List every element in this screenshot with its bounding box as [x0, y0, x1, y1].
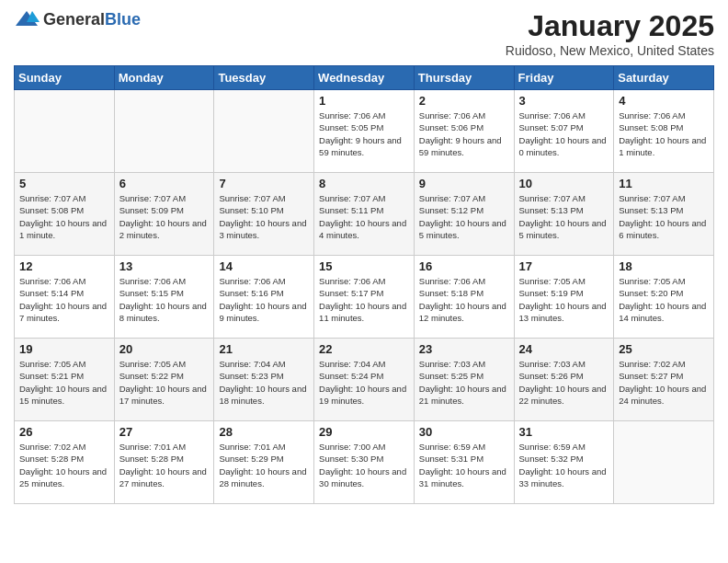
calendar-cell: 2Sunrise: 7:06 AMSunset: 5:06 PMDaylight… — [414, 90, 514, 173]
day-number: 20 — [119, 342, 210, 356]
day-info: Sunrise: 7:06 AMSunset: 5:08 PMDaylight:… — [619, 109, 709, 158]
logo-icon — [14, 9, 40, 29]
day-info: Sunrise: 7:04 AMSunset: 5:23 PMDaylight:… — [219, 358, 309, 407]
weekday-header-friday: Friday — [514, 66, 614, 90]
calendar-cell: 14Sunrise: 7:06 AMSunset: 5:16 PMDayligh… — [214, 256, 314, 339]
day-number: 18 — [619, 259, 709, 273]
day-number: 7 — [219, 177, 309, 190]
calendar-cell: 1Sunrise: 7:06 AMSunset: 5:05 PMDaylight… — [314, 90, 415, 173]
day-info: Sunrise: 7:07 AMSunset: 5:10 PMDaylight:… — [219, 192, 309, 241]
day-number: 14 — [219, 259, 309, 273]
calendar-cell: 18Sunrise: 7:05 AMSunset: 5:20 PMDayligh… — [614, 256, 714, 339]
day-info: Sunrise: 7:07 AMSunset: 5:13 PMDaylight:… — [519, 192, 609, 241]
day-number: 19 — [19, 342, 109, 356]
day-info: Sunrise: 7:02 AMSunset: 5:27 PMDaylight:… — [619, 358, 709, 407]
weekday-header-wednesday: Wednesday — [314, 66, 415, 90]
calendar-week-row: 1Sunrise: 7:06 AMSunset: 5:05 PMDaylight… — [15, 90, 714, 173]
calendar-cell: 27Sunrise: 7:01 AMSunset: 5:28 PMDayligh… — [114, 421, 214, 504]
calendar-week-row: 26Sunrise: 7:02 AMSunset: 5:28 PMDayligh… — [15, 421, 714, 504]
calendar-cell: 17Sunrise: 7:05 AMSunset: 5:19 PMDayligh… — [514, 256, 614, 339]
day-number: 29 — [319, 425, 409, 439]
calendar-cell — [614, 421, 714, 504]
logo-general: General — [43, 10, 105, 29]
calendar-cell — [214, 90, 314, 173]
calendar-cell: 19Sunrise: 7:05 AMSunset: 5:21 PMDayligh… — [15, 339, 115, 421]
calendar-cell: 30Sunrise: 6:59 AMSunset: 5:31 PMDayligh… — [414, 421, 514, 504]
day-info: Sunrise: 7:06 AMSunset: 5:07 PMDaylight:… — [519, 109, 609, 158]
day-number: 16 — [419, 259, 509, 273]
calendar-cell: 15Sunrise: 7:06 AMSunset: 5:17 PMDayligh… — [314, 256, 415, 339]
calendar-cell: 21Sunrise: 7:04 AMSunset: 5:23 PMDayligh… — [214, 339, 314, 421]
day-number: 27 — [119, 425, 210, 439]
day-info: Sunrise: 7:01 AMSunset: 5:28 PMDaylight:… — [119, 441, 210, 489]
calendar-cell: 23Sunrise: 7:03 AMSunset: 5:25 PMDayligh… — [414, 339, 514, 421]
calendar-cell: 10Sunrise: 7:07 AMSunset: 5:13 PMDayligh… — [514, 173, 614, 256]
calendar-cell: 13Sunrise: 7:06 AMSunset: 5:15 PMDayligh… — [114, 256, 214, 339]
calendar-cell: 26Sunrise: 7:02 AMSunset: 5:28 PMDayligh… — [15, 421, 115, 504]
day-info: Sunrise: 7:02 AMSunset: 5:28 PMDaylight:… — [19, 441, 109, 489]
day-number: 28 — [219, 425, 309, 439]
logo-blue: Blue — [105, 10, 141, 29]
calendar-cell: 9Sunrise: 7:07 AMSunset: 5:12 PMDaylight… — [414, 173, 514, 256]
day-info: Sunrise: 6:59 AMSunset: 5:32 PMDaylight:… — [519, 441, 609, 489]
month-title: January 2025 — [506, 9, 714, 43]
day-number: 21 — [219, 342, 309, 356]
day-number: 9 — [419, 177, 509, 190]
day-info: Sunrise: 7:06 AMSunset: 5:16 PMDaylight:… — [219, 275, 309, 324]
calendar-cell — [114, 90, 214, 173]
day-info: Sunrise: 7:05 AMSunset: 5:22 PMDaylight:… — [119, 358, 210, 407]
calendar-cell: 4Sunrise: 7:06 AMSunset: 5:08 PMDaylight… — [614, 90, 714, 173]
calendar-cell: 7Sunrise: 7:07 AMSunset: 5:10 PMDaylight… — [214, 173, 314, 256]
day-info: Sunrise: 7:06 AMSunset: 5:06 PMDaylight:… — [419, 109, 509, 158]
calendar-cell: 5Sunrise: 7:07 AMSunset: 5:08 PMDaylight… — [15, 173, 115, 256]
logo: GeneralBlue — [14, 9, 141, 29]
day-info: Sunrise: 7:00 AMSunset: 5:30 PMDaylight:… — [319, 441, 409, 489]
day-info: Sunrise: 7:07 AMSunset: 5:08 PMDaylight:… — [19, 192, 109, 241]
calendar-cell: 16Sunrise: 7:06 AMSunset: 5:18 PMDayligh… — [414, 256, 514, 339]
day-number: 25 — [619, 342, 709, 356]
calendar-table: SundayMondayTuesdayWednesdayThursdayFrid… — [14, 65, 714, 504]
calendar-cell: 3Sunrise: 7:06 AMSunset: 5:07 PMDaylight… — [514, 90, 614, 173]
day-number: 2 — [419, 94, 509, 108]
calendar-cell: 29Sunrise: 7:00 AMSunset: 5:30 PMDayligh… — [314, 421, 415, 504]
calendar-cell — [15, 90, 115, 173]
day-number: 15 — [319, 259, 409, 273]
calendar-cell: 8Sunrise: 7:07 AMSunset: 5:11 PMDaylight… — [314, 173, 415, 256]
day-info: Sunrise: 7:05 AMSunset: 5:19 PMDaylight:… — [519, 275, 609, 324]
calendar-cell: 6Sunrise: 7:07 AMSunset: 5:09 PMDaylight… — [114, 173, 214, 256]
calendar-cell: 11Sunrise: 7:07 AMSunset: 5:13 PMDayligh… — [614, 173, 714, 256]
day-info: Sunrise: 7:06 AMSunset: 5:14 PMDaylight:… — [19, 275, 109, 324]
calendar-cell: 31Sunrise: 6:59 AMSunset: 5:32 PMDayligh… — [514, 421, 614, 504]
day-info: Sunrise: 7:06 AMSunset: 5:18 PMDaylight:… — [419, 275, 509, 324]
calendar-cell: 12Sunrise: 7:06 AMSunset: 5:14 PMDayligh… — [15, 256, 115, 339]
day-number: 3 — [519, 94, 609, 108]
day-info: Sunrise: 7:07 AMSunset: 5:11 PMDaylight:… — [319, 192, 409, 241]
weekday-header-row: SundayMondayTuesdayWednesdayThursdayFrid… — [15, 66, 714, 90]
day-number: 1 — [319, 94, 409, 108]
calendar-cell: 24Sunrise: 7:03 AMSunset: 5:26 PMDayligh… — [514, 339, 614, 421]
day-info: Sunrise: 7:06 AMSunset: 5:05 PMDaylight:… — [319, 109, 409, 158]
weekday-header-monday: Monday — [114, 66, 214, 90]
day-number: 23 — [419, 342, 509, 356]
day-number: 24 — [519, 342, 609, 356]
page-header: GeneralBlue January 2025 Ruidoso, New Me… — [14, 9, 714, 58]
calendar-cell: 22Sunrise: 7:04 AMSunset: 5:24 PMDayligh… — [314, 339, 415, 421]
day-number: 12 — [19, 259, 109, 273]
weekday-header-sunday: Sunday — [15, 66, 115, 90]
day-number: 17 — [519, 259, 609, 273]
calendar-cell: 20Sunrise: 7:05 AMSunset: 5:22 PMDayligh… — [114, 339, 214, 421]
day-info: Sunrise: 7:03 AMSunset: 5:25 PMDaylight:… — [419, 358, 509, 407]
day-info: Sunrise: 7:06 AMSunset: 5:17 PMDaylight:… — [319, 275, 409, 324]
day-number: 8 — [319, 177, 409, 190]
day-number: 13 — [119, 259, 210, 273]
day-number: 22 — [319, 342, 409, 356]
calendar-week-row: 12Sunrise: 7:06 AMSunset: 5:14 PMDayligh… — [15, 256, 714, 339]
day-info: Sunrise: 7:07 AMSunset: 5:09 PMDaylight:… — [119, 192, 210, 241]
day-number: 10 — [519, 177, 609, 190]
day-number: 6 — [119, 177, 210, 190]
weekday-header-thursday: Thursday — [414, 66, 514, 90]
day-info: Sunrise: 7:07 AMSunset: 5:12 PMDaylight:… — [419, 192, 509, 241]
calendar-week-row: 19Sunrise: 7:05 AMSunset: 5:21 PMDayligh… — [15, 339, 714, 421]
day-number: 26 — [19, 425, 109, 439]
day-number: 11 — [619, 177, 709, 190]
